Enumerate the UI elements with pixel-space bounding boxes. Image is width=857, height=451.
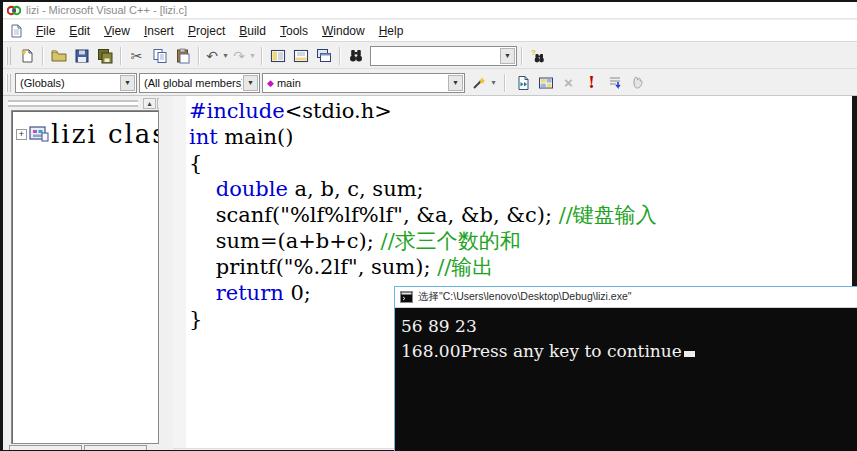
execute-program-icon: ! (588, 73, 595, 92)
toolbar-separator (42, 47, 43, 65)
undo-button[interactable]: ↶ (203, 45, 221, 67)
wizardbar-member-value: main (277, 77, 301, 89)
wizardbar-class-value: (Globals) (20, 77, 65, 89)
code-line: { (189, 150, 657, 176)
new-text-file-button[interactable] (15, 45, 38, 67)
console-title-text: 选择"C:\Users\lenovo\Desktop\Debug\lizi.ex… (418, 290, 631, 304)
workspace-toggle-button[interactable] (266, 45, 289, 67)
undo-dropdown[interactable]: ▾ (221, 51, 230, 60)
classview-tree[interactable]: + lizi classes (11, 110, 159, 444)
menu-tools[interactable]: Tools (273, 22, 315, 40)
wizardbar-class-combo[interactable]: (Globals) ▼ (15, 73, 137, 93)
console-line: 168.00Press any key to continue (401, 339, 857, 364)
vc6-application-window: lizi - Microsoft Visual C++ - [lizi.c] F… (0, 0, 857, 451)
window-list-button[interactable] (312, 45, 335, 67)
toolbar-gripper[interactable] (6, 74, 11, 92)
code-line: #include<stdio.h> (189, 98, 657, 124)
window-title: lizi - Microsoft Visual C++ - [lizi.c] (26, 4, 187, 16)
code-line: sum=(a+b+c); //求三个数的和 (189, 228, 657, 254)
console-output[interactable]: 56 89 23168.00Press any key to continue (395, 308, 857, 364)
stop-build-button[interactable]: × (557, 72, 580, 94)
build-icon (538, 75, 554, 91)
breakpoint-button[interactable] (626, 72, 649, 94)
console-icon (400, 291, 413, 303)
menu-bar: FileEditViewInsertProjectBuildToolsWindo… (3, 20, 857, 42)
save-all-icon (97, 48, 113, 64)
title-bar[interactable]: lizi - Microsoft Visual C++ - [lizi.c] (3, 2, 857, 19)
menu-window[interactable]: Window (315, 22, 372, 40)
wizard-bar: (Globals) ▼ (All global members) ▼ ◆ mai… (3, 70, 857, 96)
wizardbar-actions-icon (471, 75, 487, 91)
redo-button[interactable]: ↷ (230, 45, 248, 67)
save-button[interactable] (70, 45, 93, 67)
find-in-files-button[interactable] (344, 45, 367, 67)
wizardbar-filter-value: (All global members) (144, 77, 242, 89)
dock-pin-icon: ▴ (147, 99, 151, 108)
console-window: 选择"C:\Users\lenovo\Desktop\Debug\lizi.ex… (394, 286, 857, 451)
search-icon: ? (530, 48, 546, 64)
menu-view[interactable]: View (97, 22, 137, 40)
wizardbar-member-combo[interactable]: ◆ main ▼ (262, 73, 465, 93)
menu-insert[interactable]: Insert (137, 22, 181, 40)
redo-dropdown[interactable]: ▾ (248, 51, 257, 60)
document-icon[interactable] (9, 24, 23, 38)
compile-button[interactable] (511, 72, 534, 94)
workspace-toggle-icon (270, 48, 286, 64)
execute-program-button[interactable]: ! (580, 72, 603, 94)
toolbar-separator (339, 47, 340, 65)
menu-project[interactable]: Project (181, 22, 232, 40)
expand-plus-icon[interactable]: + (16, 129, 27, 140)
wizardbar-filter-combo[interactable]: (All global members) ▼ (139, 73, 260, 93)
build-button[interactable] (534, 72, 557, 94)
search-button[interactable]: ? (526, 45, 549, 67)
toolbar-separator (198, 47, 199, 65)
pane-splitter[interactable] (159, 96, 173, 451)
menu-build[interactable]: Build (232, 22, 273, 40)
output-toggle-icon (293, 48, 309, 64)
toolbar-separator (120, 47, 121, 65)
tree-root-label: lizi classes (51, 119, 159, 149)
toolbar-gripper[interactable] (6, 47, 11, 65)
paste-button[interactable] (171, 45, 194, 67)
menu-edit[interactable]: Edit (62, 22, 97, 40)
wizardbar-class-dropdown[interactable]: ▼ (120, 75, 135, 91)
standard-toolbar: ✂ ↶ ▾ ↷ ▾ (3, 43, 857, 69)
menu-help[interactable]: Help (372, 22, 411, 40)
output-toggle-button[interactable] (289, 45, 312, 67)
compile-icon (515, 75, 531, 91)
cut-button[interactable]: ✂ (125, 45, 148, 67)
wizardbar-filter-dropdown[interactable]: ▼ (243, 75, 258, 91)
redo-icon: ↷ (233, 49, 245, 63)
workspace-pane-header: ▴ × (8, 98, 170, 108)
console-title-bar[interactable]: 选择"C:\Users\lenovo\Desktop\Debug\lizi.ex… (395, 287, 857, 308)
paste-icon (175, 48, 191, 64)
find-combo-dropdown[interactable]: ▼ (500, 48, 515, 64)
code-line: int main() (189, 124, 657, 150)
open-button[interactable] (47, 45, 70, 67)
save-floppy-icon (74, 48, 90, 64)
visual-cpp-logo-icon (7, 4, 21, 17)
breakpoint-hand-icon (630, 75, 646, 91)
copy-icon (152, 48, 168, 64)
tree-root-item[interactable]: + lizi classes (16, 119, 158, 149)
workspace-gripper[interactable] (8, 100, 138, 107)
menu-file[interactable]: File (29, 22, 62, 40)
toolbar-separator (521, 47, 522, 65)
svg-text:?: ? (531, 48, 536, 57)
code-line: scanf("%lf%lf%lf", &a, &b, &c); //键盘输入 (189, 202, 657, 228)
wizardbar-actions-dropdown[interactable]: ▾ (489, 78, 498, 87)
wizardbar-actions-button[interactable] (469, 72, 489, 94)
code-line: double a, b, c, sum; (189, 176, 657, 202)
copy-button[interactable] (148, 45, 171, 67)
selection-margin[interactable] (173, 96, 186, 448)
console-line: 56 89 23 (401, 314, 857, 339)
save-all-button[interactable] (93, 45, 116, 67)
window-right-edge (852, 96, 857, 286)
wizardbar-member-dropdown[interactable]: ▼ (448, 75, 463, 91)
find-combo[interactable]: ▼ (370, 46, 517, 66)
find-in-files-icon (348, 48, 364, 64)
go-button[interactable] (603, 72, 626, 94)
window-list-icon (316, 48, 332, 64)
workspace-dock-button[interactable]: ▴ (143, 98, 156, 109)
new-text-file-icon (19, 48, 35, 64)
